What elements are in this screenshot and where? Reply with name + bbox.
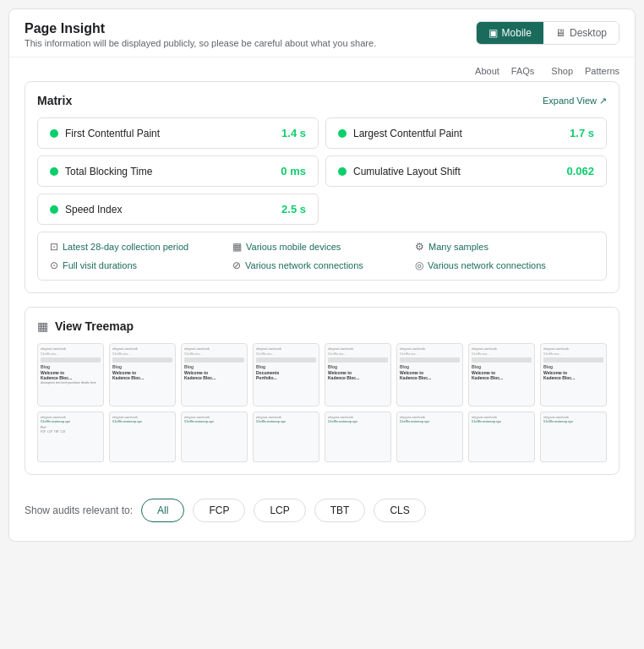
mobile-button[interactable]: ▣ Mobile [477, 22, 543, 44]
info-tag-visit: ⊙ Full visit durations [50, 259, 229, 271]
filter-btn-fcp[interactable]: FCP [193, 499, 245, 522]
metric-tbt: Total Blocking Time 0 ms [37, 155, 319, 187]
metric-si-left: Speed Index [50, 204, 122, 215]
header-subtitle: This information will be displayed publi… [25, 38, 376, 48]
calendar-icon: ⊡ [50, 241, 58, 253]
treemap-bottom-thumb-1[interactable]: elegant-aardvark 51ef9v.mstaexp.xyz Perf… [37, 412, 104, 462]
treemap-header: ▦ View Treemap [37, 319, 607, 333]
matrix-title: Matrix [37, 94, 72, 107]
metric-tbt-left: Total Blocking Time [50, 166, 152, 177]
treemap-thumb-1[interactable]: elegant-aardvark 51ef9v.ms... Blog Welco… [37, 343, 104, 406]
metric-lcp-left: Largest Contentful Paint [338, 128, 462, 139]
info-tags-grid: ⊡ Latest 28-day collection period ▦ Vari… [50, 241, 594, 271]
metric-lcp-name: Largest Contentful Paint [353, 128, 462, 139]
metric-fcp: First Contentful Paint 1.4 s [37, 117, 319, 149]
info-tag-network2: ◎ Various network connections [415, 259, 594, 271]
treemap-bottom-thumb-7[interactable]: elegant-aardvark 51ef9v.mstaexp.xyz [468, 412, 535, 462]
treemap-thumb-4[interactable]: elegant-aardvark 51ef9v.ms... Blog Docum… [253, 343, 319, 406]
metric-cls: Cumulative Layout Shift 0.062 [325, 155, 607, 187]
treemap-thumb-3[interactable]: elegant-aardvark 51ef9v.ms... Blog Welco… [181, 343, 248, 406]
mini-nav: About FAQs Shop Patterns [25, 57, 619, 81]
metric-speed-index: Speed Index 2.5 s [37, 194, 319, 225]
info-tag-samples: ⚙ Many samples [415, 241, 594, 253]
page-title: Page Insight [25, 21, 376, 36]
metric-fcp-value: 1.4 s [281, 127, 306, 139]
mini-nav-group-1: About FAQs [475, 66, 534, 76]
speed-index-row: Speed Index 2.5 s [37, 194, 607, 225]
treemap-thumb-7[interactable]: elegant-aardvark 51ef9v.ms... Blog Welco… [468, 343, 535, 406]
filter-btn-tbt[interactable]: TBT [314, 499, 366, 522]
mobile-devices-icon: ▦ [232, 241, 242, 253]
desktop-button[interactable]: 🖥 Desktop [543, 22, 619, 44]
info-tag-samples-label: Many samples [428, 242, 488, 252]
expand-view-button[interactable]: Expand View ↗ [543, 95, 607, 106]
filter-label: Show audits relevant to: [25, 504, 133, 516]
metric-si-dot [50, 205, 58, 214]
mobile-icon: ▣ [488, 27, 498, 39]
expand-view-label: Expand View [543, 95, 597, 106]
metric-tbt-name: Total Blocking Time [65, 166, 152, 177]
nav-faqs[interactable]: FAQs [511, 66, 535, 76]
metric-tbt-dot [50, 167, 58, 176]
filter-btn-cls[interactable]: CLS [374, 499, 425, 522]
treemap-title: View Treemap [55, 319, 134, 333]
metric-cls-dot [338, 167, 347, 176]
info-tag-network1-label: Various network connections [245, 260, 363, 270]
treemap-thumb-5[interactable]: elegant-aardvark 51ef9v.ms... Blog Welco… [325, 343, 391, 406]
nav-shop[interactable]: Shop [551, 66, 573, 76]
mini-nav-group-2: Shop Patterns [551, 66, 619, 76]
desktop-icon: 🖥 [555, 27, 565, 39]
network1-icon: ⊘ [232, 259, 241, 271]
info-tag-mobile-label: Various mobile devices [246, 242, 341, 252]
info-tag-mobile-devices: ▦ Various mobile devices [232, 241, 412, 253]
metric-fcp-left: First Contentful Paint [50, 128, 160, 139]
treemap-thumb-2[interactable]: elegant-aardvark 51ef9v.ms... Blog Welco… [109, 343, 176, 406]
desktop-label: Desktop [570, 27, 607, 39]
device-toggle: ▣ Mobile 🖥 Desktop [476, 21, 619, 45]
treemap-icon: ▦ [37, 319, 48, 333]
metric-lcp: Largest Contentful Paint 1.7 s [325, 117, 607, 149]
treemap-bottom-thumb-4[interactable]: elegant-aardvark 51ef9v.mstaexp.xyz [253, 412, 319, 462]
metric-fcp-dot [50, 129, 58, 138]
nav-patterns[interactable]: Patterns [585, 66, 619, 76]
network2-icon: ◎ [415, 259, 423, 271]
matrix-section: Matrix Expand View ↗ First Contentful Pa… [25, 81, 619, 293]
main-content: About FAQs Shop Patterns Matrix Expand V… [9, 57, 635, 541]
info-tag-28day-label: Latest 28-day collection period [63, 242, 188, 252]
nav-about[interactable]: About [475, 66, 499, 76]
metric-si-value: 2.5 s [281, 203, 306, 215]
filter-btn-lcp[interactable]: LCP [254, 499, 305, 522]
filter-section: Show audits relevant to: All FCP LCP TBT… [25, 488, 619, 526]
metric-cls-value: 0.062 [566, 165, 594, 177]
info-tag-network1: ⊘ Various network connections [232, 259, 412, 271]
metric-tbt-value: 0 ms [281, 165, 306, 177]
treemap-section: ▦ View Treemap elegant-aardvark 51ef9v.m… [25, 307, 619, 475]
header-left: Page Insight This information will be di… [25, 21, 376, 48]
treemap-bottom-thumb-5[interactable]: elegant-aardvark 51ef9v.mstaexp.xyz [325, 412, 391, 462]
treemap-bottom-thumb-8[interactable]: elegant-aardvark 51ef9v.mstaexp.xyz [540, 412, 607, 462]
info-tag-network2-label: Various network connections [428, 260, 546, 270]
treemap-thumb-6[interactable]: elegant-aardvark 51ef9v.ms... Blog Welco… [396, 343, 463, 406]
treemap-thumbs-top: elegant-aardvark 51ef9v.ms... Blog Welco… [37, 343, 607, 406]
treemap-thumb-8[interactable]: elegant-aardvark 51ef9v.ms... Blog Welco… [540, 343, 607, 406]
metrics-grid: First Contentful Paint 1.4 s Largest Con… [37, 117, 607, 187]
expand-icon: ↗ [599, 95, 607, 106]
header: Page Insight This information will be di… [9, 9, 635, 57]
filter-btn-all[interactable]: All [141, 499, 184, 522]
metric-lcp-dot [338, 129, 347, 138]
treemap-bottom-thumb-3[interactable]: elegant-aardvark 51ef9v.mstaexp.xyz [181, 412, 248, 462]
metric-cls-name: Cumulative Layout Shift [353, 166, 461, 177]
treemap-thumbs-bottom: elegant-aardvark 51ef9v.mstaexp.xyz Perf… [37, 412, 607, 462]
visit-icon: ⊙ [50, 259, 58, 271]
treemap-bottom-thumb-6[interactable]: elegant-aardvark 51ef9v.mstaexp.xyz [396, 412, 463, 462]
matrix-header: Matrix Expand View ↗ [37, 94, 607, 107]
samples-icon: ⚙ [415, 241, 424, 253]
info-tag-28day: ⊡ Latest 28-day collection period [50, 241, 229, 253]
treemap-bottom-thumb-2[interactable]: elegant-aardvark 51ef9v.mstaexp.xyz [109, 412, 176, 462]
info-tag-visit-label: Full visit durations [63, 260, 137, 270]
metric-lcp-value: 1.7 s [570, 127, 594, 139]
metric-cls-left: Cumulative Layout Shift [338, 166, 461, 177]
metric-fcp-name: First Contentful Paint [65, 128, 160, 139]
metric-si-name: Speed Index [65, 204, 122, 215]
page-container: Page Insight This information will be di… [8, 8, 636, 542]
